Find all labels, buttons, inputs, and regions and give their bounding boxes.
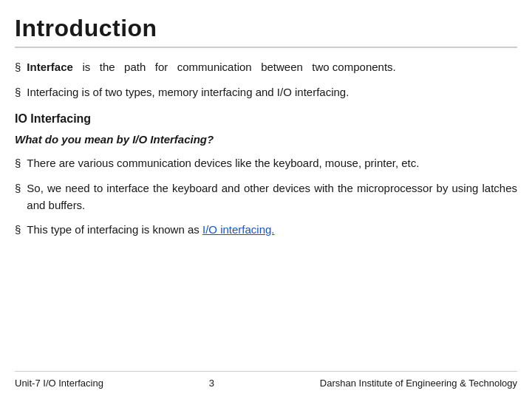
io-bullet-3-before: This type of interfacing is known as xyxy=(27,223,202,236)
bullet-symbol: § xyxy=(15,59,21,76)
bullet-symbol: § xyxy=(15,155,21,172)
bullet-symbol: § xyxy=(15,84,21,101)
section-heading: IO Interfacing xyxy=(15,112,517,126)
io-bullet-text-2: So, we need to interface the keyboard an… xyxy=(27,180,517,214)
bullet-symbol: § xyxy=(15,180,21,197)
footer-page-number: 3 xyxy=(209,378,214,389)
bullet-text-2: Interfacing is of two types, memory inte… xyxy=(27,83,349,100)
list-item: § There are various communication device… xyxy=(15,153,517,174)
bullet-symbol: § xyxy=(15,222,21,239)
slide-title: Introduction xyxy=(15,15,517,42)
io-interfacing-link[interactable]: I/O interfacing. xyxy=(202,223,275,236)
footer-right: Darshan Institute of Engineering & Techn… xyxy=(320,378,517,389)
list-item: § This type of interfacing is known as I… xyxy=(15,219,517,240)
list-item: § Interfacing is of two types, memory in… xyxy=(15,82,517,103)
slide-container: Introduction § Interface is the path for… xyxy=(0,0,532,399)
list-item: § So, we need to interface the keyboard … xyxy=(15,178,517,216)
content-area: § Interface is the path for communicatio… xyxy=(15,57,517,371)
interface-bold: Interface xyxy=(27,61,73,73)
list-item: § Interface is the path for communicatio… xyxy=(15,57,517,78)
io-bullet-text-3: This type of interfacing is known as I/O… xyxy=(27,221,274,238)
io-bullet-text-1: There are various communication devices … xyxy=(27,154,419,171)
footer-left: Unit-7 I/O Interfacing xyxy=(15,378,103,389)
footer: Unit-7 I/O Interfacing 3 Darshan Institu… xyxy=(15,371,517,392)
bullet-text-1: Interface is the path for communication … xyxy=(27,58,395,75)
title-section: Introduction xyxy=(15,15,517,48)
sub-heading: What do you mean by I/O Interfacing? xyxy=(15,133,517,146)
